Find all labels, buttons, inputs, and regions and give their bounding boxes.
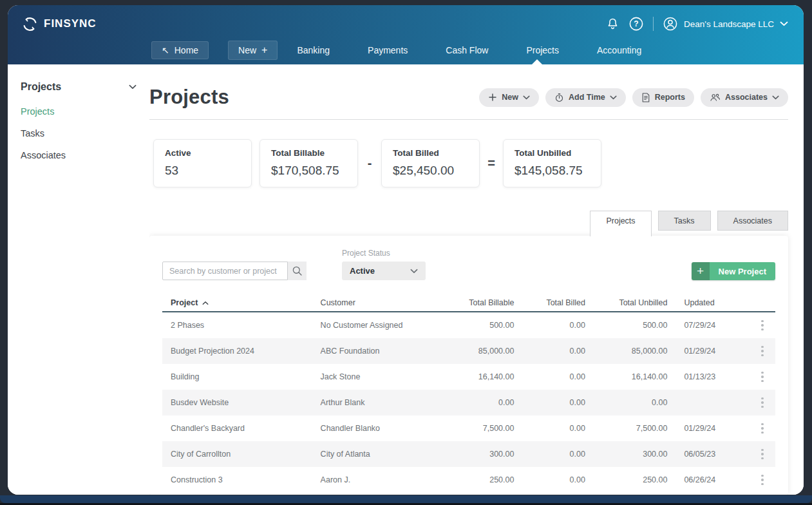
chevron-down-icon <box>410 269 418 274</box>
new-dropdown-button[interactable]: New <box>479 88 539 107</box>
table-row[interactable]: Chandler's Backyard Chandler Blanko 7,50… <box>162 415 775 441</box>
summary-cards: Active 53 Total Billable $170,508.75 - T… <box>149 139 788 187</box>
add-time-button[interactable]: Add Time <box>545 88 626 107</box>
sidebar: Projects Projects Tasks Associates <box>8 64 149 495</box>
chevron-down-icon <box>523 95 530 100</box>
search-icon <box>292 265 303 276</box>
column-header-updated[interactable]: Updated <box>667 298 750 307</box>
row-menu-icon[interactable] <box>761 320 764 331</box>
app-window: FINSYNC ? <box>8 5 804 495</box>
card-total-billable: Total Billable $170,508.75 <box>260 139 358 187</box>
chevron-down-icon <box>610 95 617 100</box>
notification-bell-icon[interactable] <box>606 17 619 31</box>
nav-item-banking[interactable]: Banking <box>297 42 330 59</box>
table-header: Project Customer Total Billable Total Bi… <box>162 294 775 312</box>
row-menu-icon[interactable] <box>761 346 764 357</box>
column-header-total-billed[interactable]: Total Billed <box>514 298 585 307</box>
sync-arrows-icon <box>22 16 38 32</box>
page-title: Projects <box>149 86 229 109</box>
account-name: Dean's Landscape LLC <box>684 19 774 29</box>
table-row[interactable]: Building Jack Stone 16,140.00 0.00 16,14… <box>162 364 775 390</box>
brand-name: FINSYNC <box>44 17 97 30</box>
document-icon <box>641 93 650 102</box>
sidebar-item-tasks[interactable]: Tasks <box>21 122 137 144</box>
minus-operator: - <box>366 156 373 171</box>
new-project-button[interactable]: + New Project <box>692 262 775 280</box>
top-bar: FINSYNC ? <box>8 5 804 64</box>
table-row[interactable]: 2 Phases No Customer Assigned 500.00 0.0… <box>162 312 775 338</box>
chevron-down-icon <box>129 84 137 90</box>
header-divider <box>653 17 654 31</box>
table-row[interactable]: Busdev Website Arthur Blank 0.00 0.00 0.… <box>162 390 775 415</box>
table-row[interactable]: City of Carrollton City of Atlanta 300.0… <box>162 441 775 467</box>
column-header-total-billable[interactable]: Total Billable <box>448 298 515 307</box>
reports-button[interactable]: Reports <box>632 88 694 107</box>
search-input[interactable] <box>162 262 288 280</box>
tab-tasks[interactable]: Tasks <box>658 211 711 231</box>
nav-item-new[interactable]: New + <box>228 41 278 60</box>
plus-icon: + <box>261 44 267 56</box>
timer-icon <box>554 93 564 102</box>
account-menu[interactable]: Dean's Landscape LLC <box>663 16 788 32</box>
people-icon <box>710 93 721 102</box>
nav-item-cash-flow[interactable]: Cash Flow <box>446 42 488 59</box>
table-row[interactable]: Budget Projection 2024 ABC Foundation 85… <box>162 338 775 364</box>
title-divider <box>149 119 788 120</box>
plus-icon: + <box>692 262 710 280</box>
nav-item-payments[interactable]: Payments <box>368 42 408 59</box>
sidebar-section-projects[interactable]: Projects <box>21 81 137 93</box>
project-status-select[interactable]: Active <box>342 262 426 280</box>
plus-icon <box>488 93 497 102</box>
search-group <box>162 262 307 280</box>
nav-item-home[interactable]: ↖ Home <box>151 41 209 59</box>
row-menu-icon[interactable] <box>761 397 764 408</box>
row-menu-icon[interactable] <box>761 423 764 434</box>
column-header-total-unbilled[interactable]: Total Unbilled <box>585 298 668 307</box>
sidebar-item-projects[interactable]: Projects <box>21 100 137 122</box>
active-nav-pointer <box>532 59 542 64</box>
page-actions: New Add Time Reports Associates <box>479 88 788 107</box>
chevron-down-icon <box>772 95 779 100</box>
tab-associates[interactable]: Associates <box>717 211 788 231</box>
projects-table: Project Customer Total Billable Total Bi… <box>162 294 775 493</box>
chevron-down-icon <box>780 21 788 26</box>
nav-item-accounting[interactable]: Accounting <box>597 42 641 59</box>
svg-text:?: ? <box>634 19 638 28</box>
finsync-logo[interactable]: FINSYNC <box>22 16 97 32</box>
card-total-billed: Total Billed $25,450.00 <box>381 139 480 187</box>
background-navy-bar <box>0 495 812 503</box>
active-count: 53 <box>165 164 240 178</box>
column-header-project[interactable]: Project <box>162 298 321 307</box>
row-menu-icon[interactable] <box>761 449 764 460</box>
help-icon[interactable]: ? <box>628 16 644 32</box>
tab-projects[interactable]: Projects <box>590 211 651 236</box>
equals-operator: = <box>487 156 495 171</box>
card-total-unbilled: Total Unbilled $145,058.75 <box>503 139 601 187</box>
table-row[interactable]: Construction 3 Aaron J. 250.00 0.00 250.… <box>162 467 775 493</box>
associates-dropdown-button[interactable]: Associates <box>701 88 788 107</box>
column-header-customer[interactable]: Customer <box>321 298 448 307</box>
search-button[interactable] <box>288 262 307 280</box>
nav-item-projects[interactable]: Projects <box>526 42 559 59</box>
sidebar-item-associates[interactable]: Associates <box>21 144 137 166</box>
sort-ascending-icon <box>202 301 209 305</box>
row-menu-icon[interactable] <box>761 475 764 486</box>
arrow-up-left-icon: ↖ <box>162 45 169 55</box>
card-active: Active 53 <box>153 139 252 187</box>
project-status-label: Project Status <box>342 249 426 258</box>
projects-panel: Project Status Active + New Project <box>149 236 788 495</box>
view-tabs: Projects Tasks Associates <box>149 211 788 231</box>
avatar-icon <box>663 16 678 32</box>
row-menu-icon[interactable] <box>761 372 764 383</box>
main-nav: ↖ Home New + Banking Payments Cash Flow … <box>8 36 804 64</box>
main-content: Projects New Add Time Reports <box>149 64 804 495</box>
